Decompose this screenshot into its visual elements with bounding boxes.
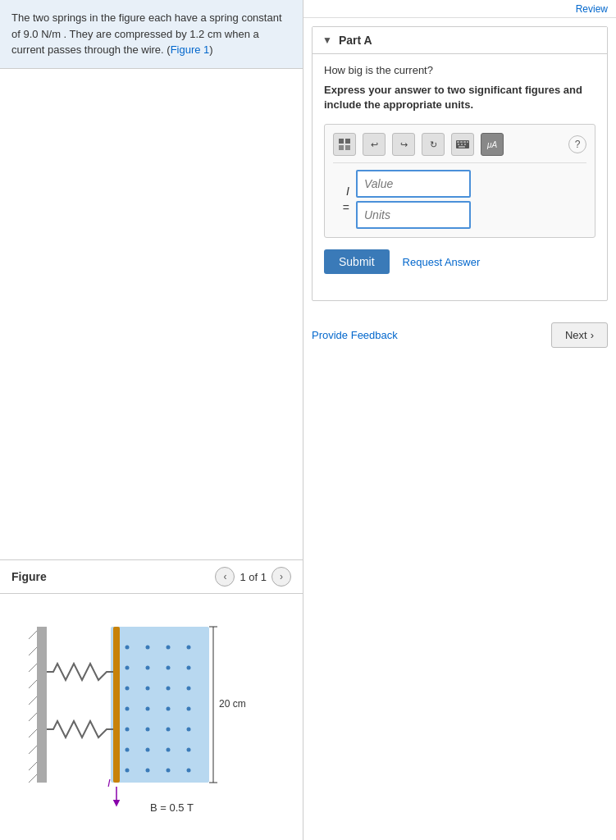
instruction-text: Express your answer to two significant f… — [324, 83, 595, 112]
svg-rect-40 — [113, 627, 120, 783]
svg-point-25 — [125, 769, 129, 773]
svg-point-24 — [186, 748, 190, 752]
undo-icon[interactable]: ↩ — [363, 133, 386, 156]
top-bar: Review — [303, 0, 616, 18]
svg-rect-50 — [339, 145, 344, 150]
keyboard-icon[interactable] — [451, 133, 474, 156]
svg-rect-56 — [467, 141, 468, 143]
svg-point-6 — [145, 666, 149, 670]
svg-line-34 — [29, 696, 37, 705]
figure-image: 20 cm I B = 0.5 T — [0, 594, 303, 840]
figure-prev-button[interactable]: ‹ — [215, 567, 235, 587]
answer-box: ↩ ↪ ↻ — [324, 124, 595, 238]
figure-link[interactable]: Figure 1 — [171, 43, 210, 56]
svg-point-11 — [166, 687, 170, 691]
figure-nav: ‹ 1 of 1 › — [215, 567, 291, 587]
buttons-row: Submit Request Answer — [324, 249, 595, 274]
figure-header: Figure ‹ 1 of 1 › — [0, 559, 303, 594]
svg-point-18 — [145, 728, 149, 732]
bottom-action-row: Provide Feedback Next › — [303, 316, 616, 354]
svg-text:I: I — [107, 777, 111, 789]
svg-point-2 — [145, 646, 149, 650]
svg-point-22 — [145, 748, 149, 752]
svg-point-1 — [125, 646, 129, 650]
answer-toolbar: ↩ ↪ ↻ — [333, 133, 586, 163]
svg-point-10 — [145, 687, 149, 691]
svg-point-15 — [166, 707, 170, 711]
svg-point-4 — [186, 646, 190, 650]
left-panel: The two springs in the figure each have … — [0, 0, 303, 840]
svg-point-9 — [125, 687, 129, 691]
refresh-icon[interactable]: ↻ — [422, 133, 445, 156]
svg-point-27 — [166, 769, 170, 773]
svg-point-7 — [166, 666, 170, 670]
part-header: ▼ Part A — [313, 27, 607, 54]
figure-next-button[interactable]: › — [271, 567, 291, 587]
svg-point-26 — [145, 769, 149, 773]
figure-title: Figure — [11, 570, 47, 583]
figure-area: Figure ‹ 1 of 1 › — [0, 454, 303, 840]
units-input[interactable] — [356, 201, 471, 229]
svg-rect-54 — [460, 141, 463, 143]
answer-inputs — [356, 170, 471, 229]
redo-icon[interactable]: ↪ — [392, 133, 415, 156]
next-button[interactable]: Next › — [551, 322, 608, 348]
svg-line-32 — [29, 664, 37, 672]
svg-line-31 — [29, 647, 37, 655]
question-text: How big is the current? — [324, 64, 595, 76]
next-chevron-icon: › — [591, 329, 594, 341]
svg-rect-57 — [458, 144, 459, 145]
submit-button[interactable]: Submit — [324, 249, 390, 274]
svg-line-30 — [29, 631, 37, 639]
svg-line-36 — [29, 729, 37, 737]
svg-point-16 — [186, 707, 190, 711]
value-input[interactable] — [356, 170, 471, 198]
svg-rect-0 — [111, 627, 209, 783]
svg-text:B = 0.5 T: B = 0.5 T — [150, 801, 194, 814]
request-answer-link[interactable]: Request Answer — [403, 256, 481, 268]
svg-text:20 cm: 20 cm — [219, 698, 246, 710]
matrix-icon[interactable] — [333, 133, 356, 156]
svg-rect-51 — [345, 145, 350, 150]
svg-line-33 — [29, 680, 37, 688]
svg-line-39 — [29, 774, 37, 783]
svg-point-23 — [166, 748, 170, 752]
review-link[interactable]: Review — [576, 3, 608, 14]
svg-point-14 — [145, 707, 149, 711]
svg-point-3 — [166, 646, 170, 650]
svg-line-37 — [29, 746, 37, 754]
svg-rect-59 — [464, 144, 466, 145]
svg-rect-49 — [345, 139, 350, 144]
provide-feedback-link[interactable]: Provide Feedback — [312, 329, 398, 341]
svg-point-8 — [186, 666, 190, 670]
mu-unit-icon[interactable]: μA — [481, 133, 504, 156]
toolbar-icon-group — [333, 133, 356, 156]
svg-point-21 — [125, 748, 129, 752]
svg-rect-48 — [339, 139, 344, 144]
svg-rect-53 — [457, 141, 459, 143]
problem-text: The two springs in the figure each have … — [11, 11, 282, 56]
svg-rect-60 — [459, 146, 465, 148]
answer-label-eq: = — [333, 201, 349, 214]
svg-point-13 — [125, 707, 129, 711]
answer-label-I: I — [333, 185, 349, 198]
svg-point-19 — [166, 728, 170, 732]
svg-point-20 — [186, 728, 190, 732]
problem-text-area: The two springs in the figure each have … — [0, 0, 303, 69]
part-collapse-icon[interactable]: ▼ — [322, 34, 332, 46]
figure-counter: 1 of 1 — [240, 571, 267, 583]
help-icon[interactable]: ? — [568, 135, 586, 153]
answer-input-row: I = — [333, 170, 586, 229]
svg-rect-58 — [461, 144, 463, 145]
svg-line-38 — [29, 762, 37, 770]
svg-rect-55 — [463, 141, 466, 143]
part-body: How big is the current? Express your ans… — [313, 54, 607, 300]
svg-point-12 — [186, 687, 190, 691]
svg-rect-29 — [37, 627, 47, 783]
right-panel: Review ▼ Part A How big is the current? … — [303, 0, 616, 840]
svg-line-35 — [29, 713, 37, 721]
next-label: Next — [565, 329, 587, 341]
part-section: ▼ Part A How big is the current? Express… — [312, 26, 608, 301]
svg-point-17 — [125, 728, 129, 732]
part-title: Part A — [339, 34, 372, 47]
